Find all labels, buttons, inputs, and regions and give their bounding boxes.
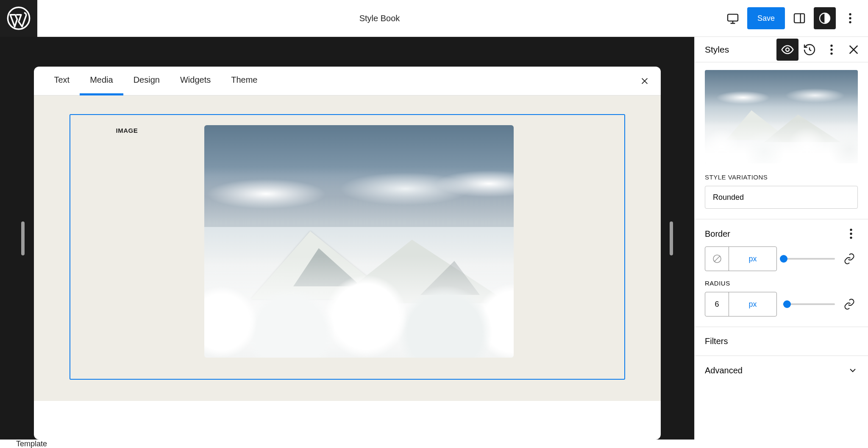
link-sides-icon[interactable] [841,250,858,267]
wordpress-logo[interactable] [0,0,37,37]
tab-design[interactable]: Design [123,67,170,95]
svg-point-12 [850,232,852,235]
tab-theme[interactable]: Theme [221,67,267,95]
revisions-icon[interactable] [798,39,821,61]
radius-label: RADIUS [705,280,858,287]
border-width-input[interactable]: px [705,246,777,271]
svg-point-8 [830,45,832,47]
style-book-canvas: Text Media Design Widgets Theme IMAGE [34,67,661,440]
border-width-slider[interactable] [783,258,835,260]
variations-label: STYLE VARIATIONS [705,174,858,181]
sidebar-toggle-icon[interactable] [788,7,810,29]
tab-media[interactable]: Media [80,67,123,95]
image-block-card[interactable]: IMAGE [70,114,625,380]
svg-point-4 [849,13,851,15]
footer-breadcrumb[interactable]: Template [0,440,868,448]
radius-slider[interactable] [783,303,835,305]
styles-sidebar: Styles STYLE VARIATIONS Rounded Border [694,37,868,440]
more-icon[interactable] [821,39,843,61]
svg-rect-1 [728,14,738,21]
page-title: Style Book [37,14,722,23]
image-preview [204,125,514,358]
block-label: IMAGE [81,125,179,358]
resize-handle-left[interactable] [21,221,25,255]
save-button[interactable]: Save [747,7,785,29]
chevron-down-icon [848,365,858,375]
variation-rounded[interactable]: Rounded [705,186,858,209]
svg-point-11 [850,229,852,231]
radius-input[interactable]: px [705,292,777,316]
link-corners-icon[interactable] [841,296,858,313]
svg-point-10 [830,52,832,54]
view-icon[interactable] [722,7,744,29]
options-icon[interactable] [839,7,861,29]
filters-section[interactable]: Filters [695,327,868,356]
advanced-section[interactable]: Advanced [695,356,868,385]
style-book-toggle-icon[interactable] [776,39,798,61]
border-label: Border [705,229,730,239]
svg-point-5 [849,17,851,19]
svg-point-7 [786,48,789,51]
svg-point-6 [849,21,851,23]
tab-widgets[interactable]: Widgets [170,67,221,95]
svg-rect-2 [794,14,804,22]
svg-point-9 [830,48,832,50]
tab-text[interactable]: Text [44,67,80,95]
styles-icon[interactable] [814,7,836,29]
sidebar-preview-image [705,70,858,163]
sidebar-title: Styles [705,45,776,55]
svg-point-13 [850,237,852,239]
close-sidebar-icon[interactable] [843,39,865,61]
border-options-icon[interactable] [844,227,858,241]
radius-value[interactable] [705,300,729,309]
close-icon[interactable] [637,73,652,89]
resize-handle-right[interactable] [670,221,673,255]
